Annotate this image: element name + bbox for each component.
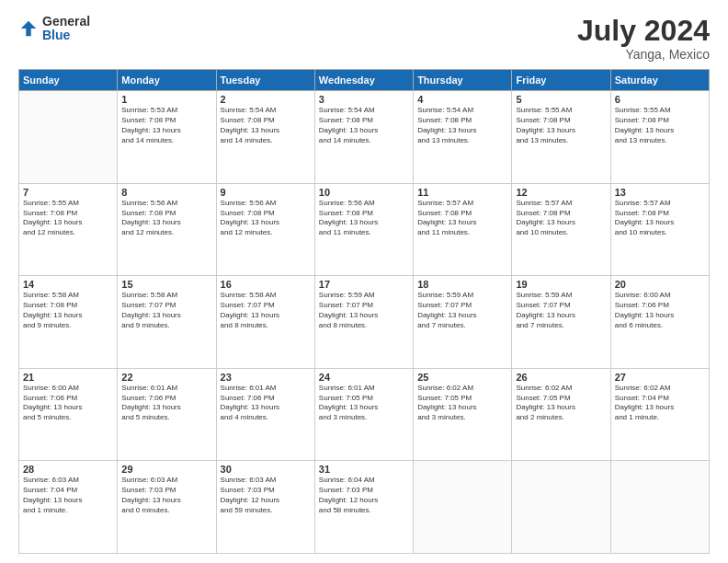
day-info: Sunrise: 5:58 AM Sunset: 7:08 PM Dayligh… [23,291,113,330]
calendar-cell: 26Sunrise: 6:02 AM Sunset: 7:05 PM Dayli… [512,368,610,461]
calendar-cell: 21Sunrise: 6:00 AM Sunset: 7:06 PM Dayli… [19,368,118,461]
calendar-cell: 5Sunrise: 5:55 AM Sunset: 7:08 PM Daylig… [512,91,610,184]
day-number: 25 [417,372,507,383]
day-info: Sunrise: 6:00 AM Sunset: 7:06 PM Dayligh… [615,291,705,330]
day-number: 28 [23,464,113,475]
calendar-cell: 6Sunrise: 5:55 AM Sunset: 7:08 PM Daylig… [610,91,709,184]
day-info: Sunrise: 6:03 AM Sunset: 7:03 PM Dayligh… [221,476,311,515]
day-number: 19 [516,279,606,290]
day-info: Sunrise: 6:01 AM Sunset: 7:05 PM Dayligh… [319,384,409,423]
day-info: Sunrise: 5:57 AM Sunset: 7:08 PM Dayligh… [417,199,507,238]
day-info: Sunrise: 5:57 AM Sunset: 7:08 PM Dayligh… [516,199,606,238]
calendar-cell: 29Sunrise: 6:03 AM Sunset: 7:03 PM Dayli… [118,461,216,554]
calendar-table: Sunday Monday Tuesday Wednesday Thursday… [18,69,710,554]
calendar-cell: 22Sunrise: 6:01 AM Sunset: 7:06 PM Dayli… [118,368,216,461]
day-info: Sunrise: 5:59 AM Sunset: 7:07 PM Dayligh… [417,291,507,330]
day-info: Sunrise: 5:54 AM Sunset: 7:08 PM Dayligh… [319,106,409,145]
calendar-cell: 9Sunrise: 5:56 AM Sunset: 7:08 PM Daylig… [216,183,314,276]
calendar-cell: 3Sunrise: 5:54 AM Sunset: 7:08 PM Daylig… [314,91,413,184]
day-info: Sunrise: 5:55 AM Sunset: 7:08 PM Dayligh… [23,199,113,238]
header-friday: Friday [512,70,610,91]
day-number: 21 [23,372,113,383]
header-sunday: Sunday [19,70,118,91]
day-info: Sunrise: 5:54 AM Sunset: 7:08 PM Dayligh… [221,106,311,145]
calendar-cell: 28Sunrise: 6:03 AM Sunset: 7:04 PM Dayli… [19,461,118,554]
day-info: Sunrise: 5:54 AM Sunset: 7:08 PM Dayligh… [417,106,507,145]
svg-marker-0 [21,21,37,37]
calendar-week-4: 21Sunrise: 6:00 AM Sunset: 7:06 PM Dayli… [19,368,710,461]
calendar-cell: 13Sunrise: 5:57 AM Sunset: 7:08 PM Dayli… [610,183,709,276]
calendar-cell: 30Sunrise: 6:03 AM Sunset: 7:03 PM Dayli… [216,461,314,554]
calendar-cell: 18Sunrise: 5:59 AM Sunset: 7:07 PM Dayli… [414,276,512,369]
calendar-cell: 8Sunrise: 5:56 AM Sunset: 7:08 PM Daylig… [118,183,216,276]
calendar-cell [414,461,512,554]
calendar-cell: 7Sunrise: 5:55 AM Sunset: 7:08 PM Daylig… [19,183,118,276]
day-info: Sunrise: 6:00 AM Sunset: 7:06 PM Dayligh… [23,384,113,423]
day-info: Sunrise: 6:02 AM Sunset: 7:05 PM Dayligh… [516,384,606,423]
day-number: 4 [417,94,507,105]
calendar-cell: 10Sunrise: 5:56 AM Sunset: 7:08 PM Dayli… [314,183,413,276]
header-wednesday: Wednesday [314,70,413,91]
day-info: Sunrise: 5:59 AM Sunset: 7:07 PM Dayligh… [319,291,409,330]
day-info: Sunrise: 6:04 AM Sunset: 7:03 PM Dayligh… [319,476,409,515]
calendar-week-2: 7Sunrise: 5:55 AM Sunset: 7:08 PM Daylig… [19,183,710,276]
title-month: July 2024 [577,15,710,47]
day-info: Sunrise: 6:03 AM Sunset: 7:03 PM Dayligh… [121,476,211,515]
day-info: Sunrise: 6:02 AM Sunset: 7:04 PM Dayligh… [615,384,705,423]
day-number: 8 [121,187,211,198]
day-info: Sunrise: 5:58 AM Sunset: 7:07 PM Dayligh… [221,291,311,330]
day-number: 11 [417,187,507,198]
day-info: Sunrise: 5:58 AM Sunset: 7:07 PM Dayligh… [121,291,211,330]
calendar-cell: 19Sunrise: 5:59 AM Sunset: 7:07 PM Dayli… [512,276,610,369]
day-info: Sunrise: 5:55 AM Sunset: 7:08 PM Dayligh… [516,106,606,145]
calendar-week-5: 28Sunrise: 6:03 AM Sunset: 7:04 PM Dayli… [19,461,710,554]
day-number: 1 [121,94,211,105]
logo: General Blue [18,15,90,43]
header-row: Sunday Monday Tuesday Wednesday Thursday… [19,70,710,91]
calendar-cell: 12Sunrise: 5:57 AM Sunset: 7:08 PM Dayli… [512,183,610,276]
day-info: Sunrise: 5:56 AM Sunset: 7:08 PM Dayligh… [319,199,409,238]
day-number: 5 [516,94,606,105]
title-block: July 2024 Yanga, Mexico [577,15,710,62]
day-number: 2 [221,94,311,105]
day-number: 30 [221,464,311,475]
calendar-cell: 20Sunrise: 6:00 AM Sunset: 7:06 PM Dayli… [610,276,709,369]
calendar-week-1: 1Sunrise: 5:53 AM Sunset: 7:08 PM Daylig… [19,91,710,184]
calendar-cell [610,461,709,554]
title-location: Yanga, Mexico [577,47,710,62]
logo-blue: Blue [42,29,90,42]
day-info: Sunrise: 5:59 AM Sunset: 7:07 PM Dayligh… [516,291,606,330]
day-number: 27 [615,372,705,383]
day-number: 23 [221,372,311,383]
day-number: 13 [615,187,705,198]
day-info: Sunrise: 6:03 AM Sunset: 7:04 PM Dayligh… [23,476,113,515]
day-number: 31 [319,464,409,475]
calendar-cell: 11Sunrise: 5:57 AM Sunset: 7:08 PM Dayli… [414,183,512,276]
day-info: Sunrise: 6:02 AM Sunset: 7:05 PM Dayligh… [417,384,507,423]
day-number: 18 [417,279,507,290]
day-number: 7 [23,187,113,198]
day-number: 9 [221,187,311,198]
calendar-cell: 1Sunrise: 5:53 AM Sunset: 7:08 PM Daylig… [118,91,216,184]
logo-text: General Blue [42,15,90,43]
page: General Blue July 2024 Yanga, Mexico Sun… [0,0,728,563]
calendar-cell: 24Sunrise: 6:01 AM Sunset: 7:05 PM Dayli… [314,368,413,461]
calendar-cell: 17Sunrise: 5:59 AM Sunset: 7:07 PM Dayli… [314,276,413,369]
calendar-week-3: 14Sunrise: 5:58 AM Sunset: 7:08 PM Dayli… [19,276,710,369]
header-monday: Monday [118,70,216,91]
day-number: 17 [319,279,409,290]
day-info: Sunrise: 6:01 AM Sunset: 7:06 PM Dayligh… [121,384,211,423]
day-info: Sunrise: 6:01 AM Sunset: 7:06 PM Dayligh… [221,384,311,423]
day-info: Sunrise: 5:56 AM Sunset: 7:08 PM Dayligh… [221,199,311,238]
day-number: 3 [319,94,409,105]
day-number: 16 [221,279,311,290]
day-number: 10 [319,187,409,198]
day-number: 24 [319,372,409,383]
header-thursday: Thursday [414,70,512,91]
day-number: 6 [615,94,705,105]
header: General Blue July 2024 Yanga, Mexico [18,15,710,62]
day-number: 29 [121,464,211,475]
header-saturday: Saturday [610,70,709,91]
calendar-cell: 15Sunrise: 5:58 AM Sunset: 7:07 PM Dayli… [118,276,216,369]
calendar-cell: 2Sunrise: 5:54 AM Sunset: 7:08 PM Daylig… [216,91,314,184]
